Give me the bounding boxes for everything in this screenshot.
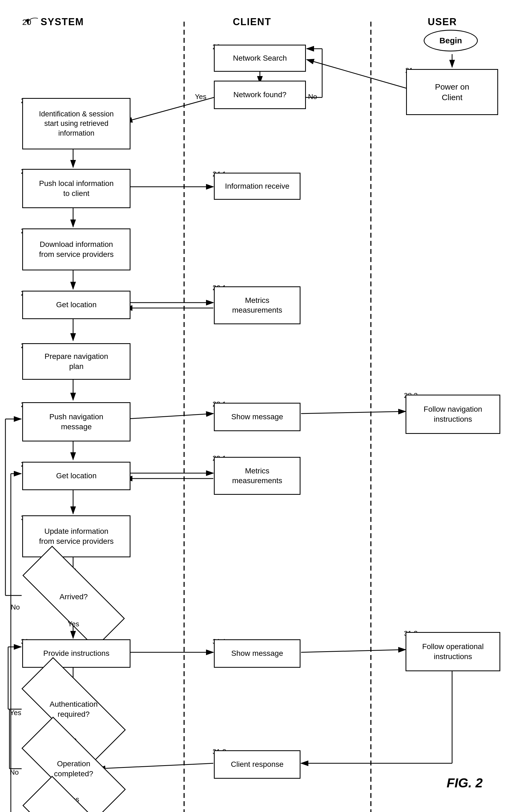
- client-header: CLIENT: [233, 16, 271, 28]
- push-nav-message: Push navigationmessage: [22, 402, 130, 441]
- yes-label-arrived: Yes: [68, 620, 79, 628]
- no-label-op: No: [10, 768, 19, 777]
- download-info: Download informationfrom service provide…: [22, 229, 130, 271]
- follow-nav-instr: Follow navigationinstructions: [406, 395, 500, 434]
- push-local-info: Push local informationto client: [22, 169, 130, 208]
- id-session-start: Identification & sessionstart using retr…: [22, 98, 130, 149]
- power-on-client: Power onClient: [406, 69, 498, 115]
- yes-label-auth: Yes: [10, 709, 21, 717]
- arrived-diamond: Arrived?: [22, 576, 125, 618]
- diagram-container: SYSTEM CLIENT USER 20 Begin 21 Power onC…: [0, 0, 526, 812]
- svg-line-7: [125, 98, 214, 122]
- show-msg-31: Show message: [214, 639, 300, 668]
- user-header: USER: [428, 16, 457, 28]
- svg-line-31: [301, 650, 406, 652]
- get-location-29: Get location: [22, 462, 130, 490]
- metrics-26: Metricsmeasurements: [214, 286, 300, 324]
- metrics-29: Metricsmeasurements: [214, 457, 300, 495]
- client-response: Client response: [214, 750, 300, 779]
- svg-line-19: [125, 414, 213, 419]
- svg-line-20: [301, 411, 406, 414]
- svg-line-5: [307, 60, 410, 89]
- follow-op-instr: Follow operationalinstructions: [406, 632, 500, 671]
- op-completed-diamond: Operationcompleted?: [22, 746, 125, 791]
- show-msg-28: Show message: [214, 403, 300, 431]
- update-info: Update informationfrom service providers: [22, 516, 130, 557]
- information-receive: Information receive: [214, 173, 300, 200]
- diagram-number: 20: [22, 18, 31, 27]
- get-location-26: Get location: [22, 291, 130, 319]
- provide-instr: Provide instructions: [22, 639, 130, 668]
- last-station-diamond: Last station?: [22, 806, 125, 812]
- auth-req-diamond: Authenticationrequired?: [22, 687, 125, 731]
- yes-label-nf: Yes: [195, 92, 206, 101]
- no-label-arrived: No: [11, 603, 20, 611]
- network-search: Network Search: [214, 45, 306, 72]
- begin-oval: Begin: [424, 30, 478, 52]
- figure-label: FIG. 2: [447, 775, 483, 791]
- network-found: Network found?: [214, 81, 306, 109]
- no-label-nf: No: [308, 92, 317, 101]
- prepare-nav-plan: Prepare navigationplan: [22, 343, 130, 380]
- system-header: SYSTEM: [41, 16, 84, 28]
